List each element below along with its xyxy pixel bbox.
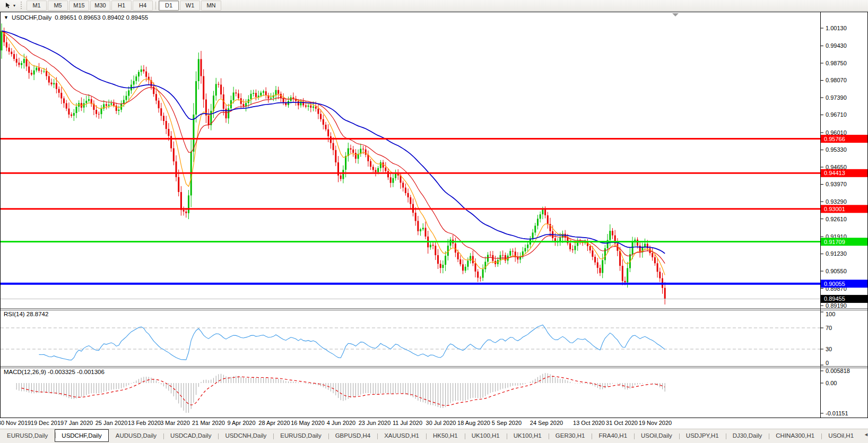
chart-background [0, 12, 868, 418]
price-tick-label: 0.97390 [826, 94, 847, 101]
timeframe-button-d1[interactable]: D1 [159, 1, 179, 11]
chart-symbol-label: USDCHF,Daily [12, 14, 51, 21]
price-chart-canvas[interactable]: 1.001300.994300.987500.980700.973900.967… [0, 12, 868, 418]
chart-tab-uk100-h1[interactable]: UK100,H1 [465, 431, 507, 441]
price-flag-label: 0.95766 [824, 136, 845, 142]
price-flag-label: 0.93001 [824, 206, 845, 212]
chart-tab-xauusd-h1[interactable]: XAUUSD,H1 [377, 431, 426, 441]
date-tick-label: 30 Nov 2019 [0, 420, 31, 426]
price-tick-label: 0.98750 [826, 60, 847, 66]
cursor-tool-icon [5, 2, 12, 9]
date-tick-label: 21 Mar 2020 [192, 420, 225, 426]
timeframe-button-h4[interactable]: H4 [133, 1, 153, 11]
chart-tab-dj30-daily[interactable]: DJ30,Daily [726, 431, 769, 441]
chart-tab-list: EURUSD,DailyUSDCHF,DailyAUDUSD,DailyUSDC… [0, 431, 861, 442]
timeframe-button-mn[interactable]: MN [201, 1, 221, 11]
price-flag-label: 0.94413 [824, 170, 845, 176]
date-tick-label: 13 Feb 2020 [128, 420, 161, 426]
date-tick-label: 7 Jan 2020 [64, 420, 93, 426]
date-axis[interactable]: 30 Nov 201919 Dec 20197 Jan 202025 Jan 2… [0, 418, 868, 428]
macd-tick-label: 0.00 [826, 380, 837, 386]
chart-tab-china300-h1[interactable]: CHINA300,H1 [769, 431, 821, 441]
price-flag-label: 0.89455 [824, 296, 845, 302]
chart-tab-usoil-h1[interactable]: USOil,H1 [821, 431, 861, 441]
timeframe-button-m1[interactable]: M1 [27, 1, 47, 11]
chart-tab-gbpusd-h4[interactable]: GBPUSD,H4 [328, 431, 377, 441]
chart-title: ▼ USDCHF,Daily 0.89651 0.89653 0.89402 0… [4, 14, 148, 21]
timeframe-button-m5[interactable]: M5 [48, 1, 68, 11]
date-tick-label: 4 Jun 2020 [327, 420, 355, 426]
macd-tick-label: 0.005818 [826, 368, 850, 374]
date-tick-label: 24 Sep 2020 [530, 420, 563, 426]
rsi-tick-label: 30 [826, 346, 832, 352]
rsi-indicator-label: RSI(14) 28.8742 [4, 311, 48, 317]
price-tick-label: 0.93290 [826, 198, 847, 205]
chart-tab-hk50-h1[interactable]: HK50,H1 [426, 431, 465, 441]
price-tick-label: 0.90550 [826, 268, 847, 274]
date-tick-label: 19 Dec 2019 [31, 420, 64, 426]
chart-tab-fra40-h1[interactable]: FRA40,H1 [592, 431, 634, 441]
chart-tab-eurusd-daily[interactable]: EURUSD,Daily [0, 431, 55, 441]
price-tick-label: 1.00130 [826, 25, 847, 31]
price-flag-label: 0.90055 [824, 281, 845, 287]
chart-tab-ger30-h1[interactable]: GER30,H1 [549, 431, 592, 441]
date-tick-label: 30 Jul 2020 [426, 420, 456, 426]
collapse-triangle-icon: ▼ [4, 15, 8, 20]
price-tick-label: 0.89190 [826, 302, 847, 309]
toolbar-grip [21, 2, 23, 9]
chart-tab-audusd-daily[interactable]: AUDUSD,Daily [109, 431, 163, 441]
trading-terminal: ▾ M1M5M15M30H1H4D1W1MN ▼ USDCHF,Daily 0.… [0, 0, 868, 443]
date-tick-label: 13 Oct 2020 [573, 420, 605, 426]
timeframe-button-m15[interactable]: M15 [69, 1, 89, 11]
date-tick-label: 19 Nov 2020 [639, 420, 672, 426]
timeframe-toolbar: ▾ M1M5M15M30H1H4D1W1MN [0, 0, 868, 11]
cursor-tool-button[interactable]: ▾ [3, 1, 18, 10]
price-tick-label: 0.92610 [826, 216, 847, 222]
macd-indicator-label: MACD(12,26,9) -0.003325 -0.001306 [4, 369, 105, 375]
chart-tab-usoil-daily[interactable]: USOil,Daily [634, 431, 679, 441]
date-tick-label: 23 Jun 2020 [359, 420, 391, 426]
macd-tick-label: -0.01151 [826, 410, 848, 416]
chart-tab-eurusd-daily[interactable]: EURUSD,Daily [273, 431, 328, 441]
chart-tab-usdcad-daily[interactable]: USDCAD,Daily [163, 431, 218, 441]
date-tick-label: 9 Apr 2020 [227, 420, 255, 426]
price-tick-label: 0.98070 [826, 77, 847, 83]
price-tick-label: 0.99430 [826, 42, 847, 49]
price-tick-label: 0.91230 [826, 250, 847, 257]
rsi-tick-label: 70 [826, 325, 832, 331]
price-tick-label: 0.93970 [826, 181, 847, 187]
timeframe-button-m30[interactable]: M30 [90, 1, 110, 11]
date-tick-label: 25 Jan 2020 [96, 420, 128, 426]
chart-tab-uk100-h1[interactable]: UK100,H1 [507, 431, 549, 441]
date-tick-label: 3 Mar 2020 [160, 420, 190, 426]
date-tick-label: 28 Apr 2020 [258, 420, 290, 426]
date-tick-label: 16 May 2020 [291, 420, 325, 426]
rsi-tick-label: 0 [826, 360, 829, 366]
timeframe-button-group: M1M5M15M30H1H4D1W1MN [26, 1, 222, 11]
tab-scroll-arrows: ◄ ► [861, 431, 868, 437]
timeframe-button-h1[interactable]: H1 [111, 1, 132, 11]
chevron-down-icon: ▾ [13, 3, 15, 8]
timeframe-button-w1[interactable]: W1 [180, 1, 200, 11]
chart-tab-usdchf-daily[interactable]: USDCHF,Daily [55, 429, 108, 442]
date-tick-label: 11 Jul 2020 [393, 420, 422, 426]
price-tick-label: 0.95330 [826, 146, 847, 153]
date-tick-label: 18 Aug 2020 [457, 420, 490, 426]
chart-tab-bar: EURUSD,DailyUSDCHF,DailyAUDUSD,DailyUSDC… [0, 429, 868, 443]
toolbar-separator [155, 2, 156, 10]
chart-tab-usdcnh-daily[interactable]: USDCNH,Daily [218, 431, 273, 441]
price-tick-label: 0.96710 [826, 111, 847, 118]
date-tick-label: 31 Oct 2020 [606, 420, 638, 426]
rsi-tick-label: 100 [826, 311, 835, 317]
chart-ohlc-values: 0.89651 0.89653 0.89402 0.89455 [55, 14, 148, 21]
price-flag-label: 0.91709 [824, 239, 845, 245]
tab-scroll-left-icon[interactable]: ◄ [864, 432, 868, 437]
chart-tab-usdjpy-h1[interactable]: USDJPY,H1 [679, 431, 726, 441]
date-tick-label: 5 Sep 2020 [492, 420, 522, 426]
